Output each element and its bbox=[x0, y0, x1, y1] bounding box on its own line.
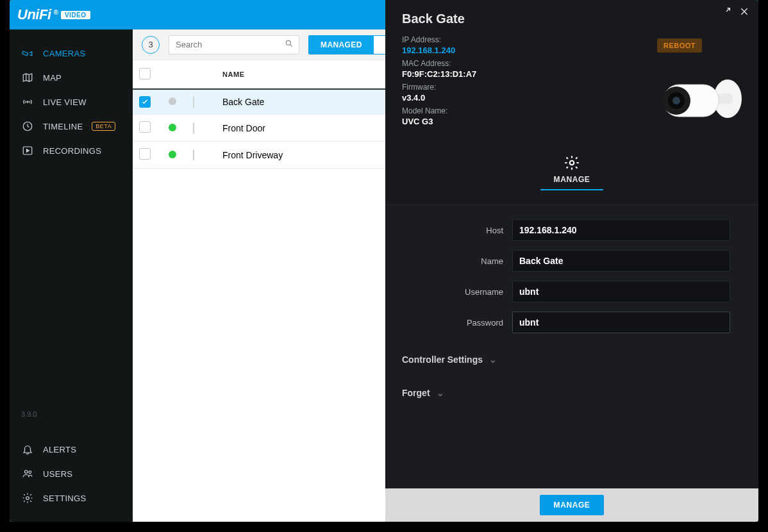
reboot-button[interactable]: REBOOT bbox=[657, 38, 702, 53]
expand-icon[interactable] bbox=[721, 6, 731, 17]
users-icon bbox=[21, 468, 34, 479]
sidebar-item-label: TIMELINE bbox=[43, 122, 83, 131]
sidebar-item-label: MAP bbox=[43, 73, 62, 83]
sidebar-item-alerts[interactable]: ALERTS bbox=[10, 437, 133, 461]
broadcast-icon bbox=[21, 96, 34, 108]
sidebar-item-timeline[interactable]: TIMELINE BETA bbox=[10, 114, 133, 138]
bell-icon bbox=[21, 444, 34, 455]
beta-badge: BETA bbox=[92, 122, 115, 131]
svg-point-13 bbox=[672, 97, 680, 104]
status-dot bbox=[169, 124, 176, 131]
manage-button[interactable]: MANAGE bbox=[540, 495, 605, 515]
svg-point-7 bbox=[286, 40, 290, 45]
sidebar: CAMERAS MAP LIVE VIEW TIMELINE BETA RECO… bbox=[10, 29, 133, 522]
close-icon[interactable] bbox=[739, 6, 749, 17]
sidebar-item-label: CAMERAS bbox=[43, 49, 85, 58]
clock-icon bbox=[21, 121, 34, 132]
tab-managed[interactable]: MANAGED bbox=[309, 36, 374, 54]
manage-tab-underline bbox=[540, 189, 603, 190]
sidebar-item-cameras[interactable]: CAMERAS bbox=[10, 41, 133, 65]
panel-body[interactable]: Host Name Username Password Controller S… bbox=[385, 204, 758, 488]
controller-settings-label: Controller Settings bbox=[402, 354, 483, 365]
sidebar-item-label: RECORDINGS bbox=[43, 146, 101, 156]
play-icon bbox=[21, 145, 34, 156]
map-icon bbox=[21, 72, 34, 83]
panel-footer: MANAGE bbox=[385, 488, 758, 522]
sidebar-item-users[interactable]: USERS bbox=[10, 461, 133, 486]
select-all-checkbox[interactable] bbox=[139, 68, 151, 79]
username-field-label: Username bbox=[402, 287, 512, 297]
sidebar-item-label: LIVE VIEW bbox=[43, 97, 87, 107]
detail-panel: Back Gate REBOOT IP Address: 192.168.1.2… bbox=[385, 0, 758, 522]
username-input[interactable] bbox=[512, 281, 730, 303]
camera-icon bbox=[21, 47, 34, 59]
svg-point-6 bbox=[26, 497, 29, 500]
camera-thumbnail bbox=[193, 96, 194, 108]
row-checkbox[interactable] bbox=[139, 96, 151, 108]
brand-name: UniFi bbox=[17, 6, 51, 23]
status-dot bbox=[169, 97, 176, 105]
status-dot bbox=[169, 151, 176, 158]
gear-icon bbox=[21, 492, 34, 504]
sidebar-item-label: SETTINGS bbox=[43, 494, 86, 503]
sidebar-item-label: USERS bbox=[43, 469, 72, 479]
version-text: 3.9.0 bbox=[10, 410, 133, 426]
name-input[interactable] bbox=[512, 250, 730, 272]
password-input[interactable] bbox=[512, 312, 730, 333]
camera-thumbnail bbox=[193, 149, 194, 161]
svg-point-1 bbox=[27, 101, 28, 103]
row-checkbox[interactable] bbox=[139, 121, 151, 133]
search-box[interactable] bbox=[169, 35, 299, 54]
svg-point-14 bbox=[570, 161, 574, 165]
password-field-label: Password bbox=[402, 318, 512, 328]
brand-registered: ® bbox=[54, 9, 58, 16]
controller-settings-section[interactable]: Controller Settings ⌄ bbox=[385, 338, 758, 371]
camera-image bbox=[644, 67, 747, 137]
panel-title: Back Gate bbox=[402, 12, 742, 26]
host-input[interactable] bbox=[512, 219, 730, 241]
forget-label: Forget bbox=[402, 388, 430, 398]
manage-tab-label[interactable]: MANAGE bbox=[554, 175, 590, 184]
svg-point-5 bbox=[29, 471, 31, 474]
forget-section[interactable]: Forget ⌄ bbox=[385, 371, 758, 404]
camera-thumbnail bbox=[193, 122, 194, 134]
sidebar-item-settings[interactable]: SETTINGS bbox=[10, 486, 133, 510]
manage-tab-icon bbox=[563, 154, 580, 171]
row-checkbox[interactable] bbox=[139, 148, 151, 160]
sidebar-item-map[interactable]: MAP bbox=[10, 65, 133, 90]
chevron-down-icon: ⌄ bbox=[489, 354, 497, 365]
search-input[interactable] bbox=[174, 39, 285, 50]
sidebar-item-recordings[interactable]: RECORDINGS bbox=[10, 138, 133, 163]
chevron-down-icon: ⌄ bbox=[437, 388, 444, 398]
brand-badge: VIDEO bbox=[61, 11, 90, 19]
search-icon bbox=[285, 39, 294, 50]
sidebar-item-liveview[interactable]: LIVE VIEW bbox=[10, 90, 133, 114]
brand-logo: UniFi ® VIDEO bbox=[17, 6, 90, 23]
host-field-label: Host bbox=[402, 226, 512, 235]
name-field-label: Name bbox=[402, 256, 512, 266]
sidebar-item-label: ALERTS bbox=[43, 445, 76, 454]
svg-point-4 bbox=[25, 470, 28, 474]
camera-count: 3 bbox=[142, 36, 160, 54]
